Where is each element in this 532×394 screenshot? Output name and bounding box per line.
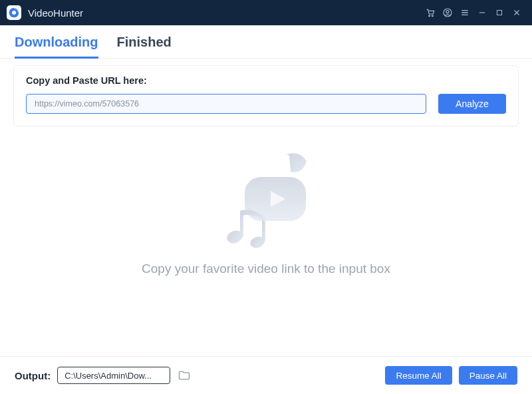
close-button[interactable] xyxy=(508,0,525,25)
browse-folder-button[interactable] xyxy=(177,368,192,383)
account-icon[interactable] xyxy=(439,0,456,25)
empty-state: Copy your favorite video link to the inp… xyxy=(0,126,532,276)
svg-point-2 xyxy=(429,15,430,17)
minimize-button[interactable] xyxy=(473,0,491,25)
output-label: Output: xyxy=(15,370,51,381)
titlebar: VideoHunter xyxy=(0,0,532,25)
app-logo xyxy=(7,5,21,20)
app-title: VideoHunter xyxy=(28,7,83,19)
tab-bar: Downloading Finished xyxy=(0,25,532,59)
tab-downloading[interactable]: Downloading xyxy=(15,35,98,59)
empty-illustration xyxy=(208,149,325,252)
url-card-label: Copy and Paste URL here: xyxy=(26,75,506,86)
app-logo-icon xyxy=(9,7,19,18)
svg-rect-11 xyxy=(262,218,265,242)
empty-hint-text: Copy your favorite video link to the inp… xyxy=(0,262,532,276)
pause-all-button[interactable]: Pause All xyxy=(459,366,517,385)
folder-icon xyxy=(178,369,191,382)
resume-all-button[interactable]: Resume All xyxy=(385,366,452,385)
analyze-button[interactable]: Analyze xyxy=(438,94,506,114)
menu-icon[interactable] xyxy=(456,0,473,25)
url-card: Copy and Paste URL here: Analyze xyxy=(13,65,519,126)
svg-rect-6 xyxy=(497,11,502,15)
url-input[interactable] xyxy=(26,94,426,114)
output-path-field[interactable]: C:\Users\Admin\Dow... xyxy=(57,367,170,384)
svg-point-5 xyxy=(446,11,449,13)
footer-bar: Output: C:\Users\Admin\Dow... Resume All… xyxy=(0,356,532,394)
tab-finished[interactable]: Finished xyxy=(117,35,172,59)
cart-icon[interactable] xyxy=(422,0,439,25)
maximize-button[interactable] xyxy=(491,0,508,25)
svg-point-1 xyxy=(12,11,16,15)
svg-point-3 xyxy=(432,15,433,17)
